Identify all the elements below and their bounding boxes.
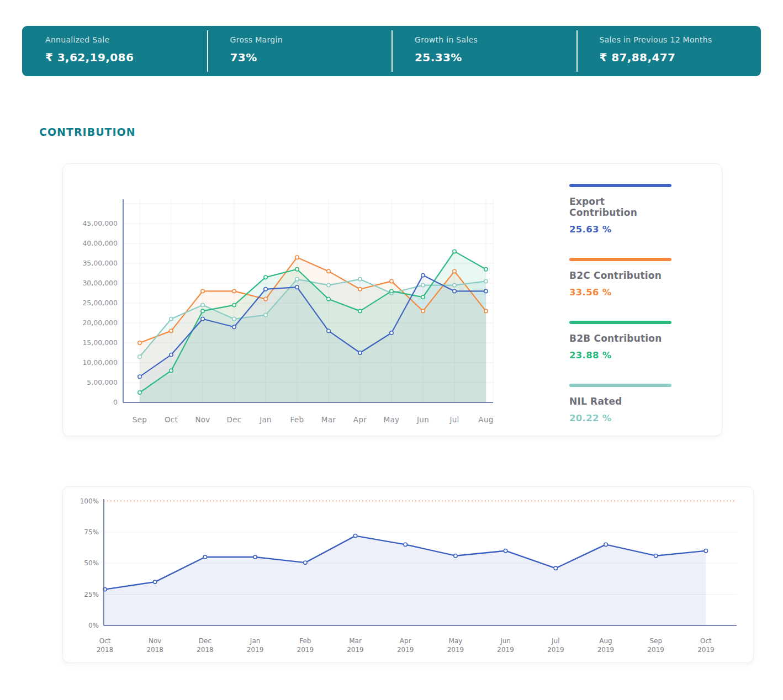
kpi-sales-previous-12-months: Sales in Previous 12 Months ₹ 87,88,477 — [576, 26, 761, 76]
kpi-label: Gross Margin — [230, 35, 392, 44]
x-axis-month-label: May — [384, 415, 400, 424]
legend-color-bar — [569, 258, 671, 261]
kpi-value: 25.33% — [415, 51, 576, 64]
y-axis-tick-label: 45,00,000 — [82, 219, 118, 227]
x-axis-month-label: Jul — [551, 637, 559, 645]
legend-color-bar — [569, 321, 671, 324]
kpi-value: ₹ 3,62,19,086 — [45, 51, 207, 64]
y-axis-tick-label: 100% — [80, 497, 99, 505]
kpi-growth-in-sales: Growth in Sales 25.33% — [392, 26, 576, 76]
x-axis-month-label: Jan — [259, 415, 272, 424]
legend-item-b2b-contribution[interactable]: B2B Contribution23.88 % — [569, 321, 674, 360]
x-axis-year-label: 2019 — [547, 646, 564, 654]
y-axis-tick-label: 20,00,000 — [82, 319, 118, 327]
chart-legend: Export Contribution25.63 %B2C Contributi… — [569, 184, 674, 447]
x-axis-month-label: Aug — [599, 637, 612, 645]
contribution-line-chart: 05,00,00010,00,00015,00,00020,00,00025,0… — [73, 188, 532, 434]
contribution-chart-card: 05,00,00010,00,00015,00,00020,00,00025,0… — [62, 163, 722, 436]
kpi-value: 73% — [230, 51, 392, 64]
x-axis-month-label: Dec — [226, 415, 241, 424]
y-axis-tick-label: 0% — [88, 622, 99, 629]
y-axis-tick-label: 15,00,000 — [82, 338, 118, 347]
legend-series-value: 33.56 % — [569, 287, 674, 298]
kpi-label: Sales in Previous 12 Months — [600, 35, 761, 44]
x-axis-month-label: Sep — [133, 415, 147, 424]
y-axis-tick-label: 25% — [84, 591, 99, 598]
y-axis-tick-label: 35,00,000 — [82, 259, 118, 267]
legend-series-value: 20.22 % — [569, 413, 674, 423]
x-axis-year-label: 2019 — [447, 646, 464, 654]
x-axis-month-label: May — [448, 637, 462, 645]
section-title-contribution: CONTRIBUTION — [39, 126, 136, 138]
x-axis-year-label: 2019 — [347, 646, 364, 654]
percentage-trend-chart: 0%25%50%75%100%Oct2018Nov2018Dec2018Jan2… — [63, 487, 753, 662]
x-axis-month-label: Oct — [165, 415, 178, 424]
x-axis-year-label: 2019 — [597, 646, 615, 654]
x-axis-month-label: Aug — [478, 415, 493, 424]
legend-series-name: NIL Rated — [569, 396, 674, 407]
trend-chart-card: 0%25%50%75%100%Oct2018Nov2018Dec2018Jan2… — [62, 486, 754, 663]
x-axis-year-label: 2018 — [197, 646, 214, 654]
x-axis-year-label: 2019 — [497, 646, 514, 654]
kpi-summary-bar: Annualized Sale ₹ 3,62,19,086 Gross Marg… — [22, 26, 761, 76]
x-axis-month-label: Mar — [349, 637, 362, 645]
legend-series-name: Export Contribution — [569, 196, 674, 218]
x-axis-month-label: Nov — [195, 415, 210, 424]
x-axis-year-label: 2019 — [697, 646, 715, 654]
x-axis-month-label: Apr — [353, 415, 367, 424]
kpi-annualized-sale: Annualized Sale ₹ 3,62,19,086 — [22, 26, 207, 76]
legend-series-value: 25.63 % — [569, 224, 674, 235]
y-axis-tick-label: 10,00,000 — [82, 358, 118, 367]
x-axis-month-label: Oct — [99, 637, 111, 645]
legend-color-bar — [569, 384, 671, 387]
legend-item-export-contribution[interactable]: Export Contribution25.63 % — [569, 184, 674, 235]
x-axis-year-label: 2019 — [397, 646, 414, 654]
kpi-gross-margin: Gross Margin 73% — [207, 26, 392, 76]
x-axis-year-label: 2018 — [146, 646, 163, 654]
y-axis-tick-label: 75% — [84, 528, 99, 536]
y-axis-tick-label: 25,00,000 — [82, 299, 118, 307]
x-axis-month-label: Feb — [290, 415, 304, 424]
y-axis-tick-label: 30,00,000 — [82, 279, 118, 287]
legend-item-nil-rated[interactable]: NIL Rated20.22 % — [569, 384, 674, 423]
x-axis-month-label: Jan — [250, 637, 261, 645]
x-axis-month-label: Nov — [149, 637, 161, 645]
x-axis-month-label: Feb — [299, 637, 311, 645]
kpi-value: ₹ 87,88,477 — [600, 51, 761, 64]
x-axis-month-label: Oct — [700, 637, 712, 645]
x-axis-month-label: Jun — [500, 637, 511, 645]
legend-series-name: B2B Contribution — [569, 333, 674, 344]
legend-color-bar — [569, 184, 671, 187]
y-axis-tick-label: 5,00,000 — [87, 378, 118, 386]
y-axis-tick-label: 40,00,000 — [82, 239, 118, 247]
kpi-label: Growth in Sales — [415, 35, 576, 44]
x-axis-month-label: Jul — [449, 415, 459, 424]
x-axis-month-label: Apr — [400, 637, 411, 645]
kpi-label: Annualized Sale — [45, 35, 207, 44]
x-axis-year-label: 2018 — [97, 646, 114, 654]
y-axis-tick-label: 50% — [84, 559, 99, 567]
x-axis-year-label: 2019 — [297, 646, 314, 654]
x-axis-month-label: Dec — [199, 637, 211, 645]
legend-series-value: 23.88 % — [569, 350, 674, 360]
x-axis-month-label: Mar — [321, 415, 336, 424]
y-axis-tick-label: 0 — [113, 398, 118, 406]
legend-item-b2c-contribution[interactable]: B2C Contribution33.56 % — [569, 258, 674, 298]
x-axis-month-label: Sep — [649, 637, 662, 645]
x-axis-year-label: 2019 — [247, 646, 264, 654]
legend-series-name: B2C Contribution — [569, 270, 674, 281]
x-axis-month-label: Jun — [416, 415, 429, 424]
x-axis-year-label: 2019 — [647, 646, 664, 654]
